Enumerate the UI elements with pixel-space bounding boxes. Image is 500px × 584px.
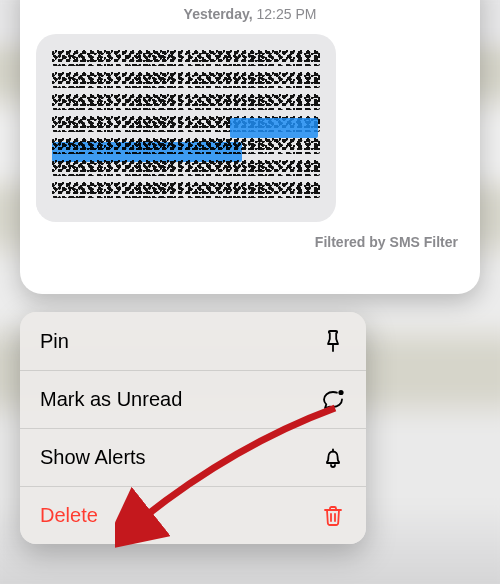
menu-item-label: Delete	[40, 504, 98, 527]
message-timestamp: Yesterday, 12:25 PM	[36, 6, 464, 22]
menu-item-delete[interactable]: Delete	[20, 486, 366, 544]
timestamp-day: Yesterday,	[184, 6, 253, 22]
message-bubble	[36, 34, 336, 222]
menu-item-label: Show Alerts	[40, 446, 146, 469]
svg-point-0	[338, 389, 343, 394]
menu-item-pin[interactable]: Pin	[20, 312, 366, 370]
redacted-message-content	[50, 48, 322, 208]
timestamp-time: 12:25 PM	[256, 6, 316, 22]
conversation-preview-card: Yesterday, 12:25 PM Filtered by SMS Filt…	[20, 0, 480, 294]
context-menu: Pin Mark as Unread Show Alerts Dele	[20, 312, 366, 544]
pin-icon	[320, 328, 346, 354]
menu-item-label: Mark as Unread	[40, 388, 182, 411]
trash-icon	[320, 503, 346, 529]
menu-item-mark-unread[interactable]: Mark as Unread	[20, 370, 366, 428]
filter-status-label: Filtered by SMS Filter	[36, 234, 464, 250]
menu-item-label: Pin	[40, 330, 69, 353]
chat-unread-icon	[320, 387, 346, 413]
menu-item-show-alerts[interactable]: Show Alerts	[20, 428, 366, 486]
bell-icon	[320, 445, 346, 471]
